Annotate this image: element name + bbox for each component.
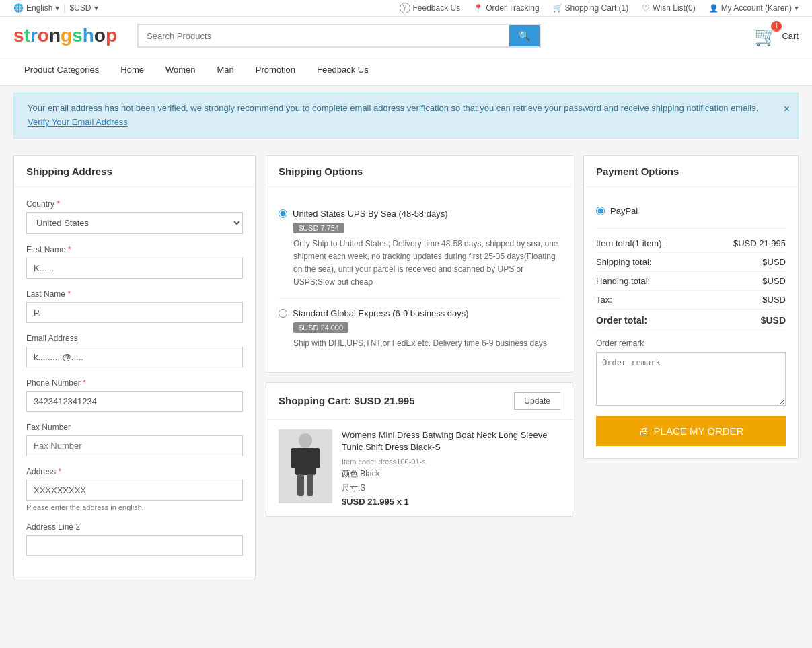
cart-item-name: Womens Mini Dress Batwing Boat Neck Long…: [342, 429, 560, 454]
order-total-row: Order total: $USD: [596, 310, 786, 330]
svg-point-0: [299, 433, 312, 448]
order-total-label: Order total:: [596, 315, 647, 326]
user-icon: [709, 3, 718, 13]
lastname-label: Last Name *: [26, 289, 243, 299]
address-field-group: Address * Please enter the address in en…: [26, 467, 243, 511]
update-cart-button[interactable]: Update: [514, 392, 560, 410]
address-input[interactable]: [26, 480, 243, 501]
paypal-radio[interactable]: [596, 207, 605, 215]
firstname-label: First Name *: [26, 245, 243, 254]
svg-rect-5: [307, 474, 313, 496]
cart-icon: [553, 3, 562, 13]
item-total-value: $USD 21.995: [733, 238, 786, 248]
location-icon: [474, 3, 483, 13]
language-chevron-icon: ▾: [55, 3, 59, 13]
lastname-field-group: Last Name *: [26, 289, 243, 323]
handling-total-label: Handing total:: [596, 276, 650, 286]
shipping-desc-ups-sea: Only Ship to United States; Delivery tim…: [293, 238, 560, 289]
shipping-address-panel: Shipping Address Country * United States…: [13, 155, 256, 579]
shipping-total-row: Shipping total: $USD: [596, 253, 786, 272]
verify-email-link[interactable]: Verify Your Email Address: [28, 117, 128, 127]
shopping-cart-link[interactable]: Shopping Cart (1): [553, 3, 629, 13]
firstname-field-group: First Name *: [26, 245, 243, 279]
svg-rect-3: [313, 448, 320, 468]
order-total-value: $USD: [761, 315, 786, 326]
shipping-option-global-express: Standard Global Express (6-9 business da…: [279, 299, 560, 359]
currency-chevron-icon: ▾: [94, 3, 98, 13]
shipping-price-ups-sea: $USD 7.754: [293, 223, 344, 233]
wish-list-link[interactable]: Wish List(0): [642, 3, 695, 13]
nav-man[interactable]: Man: [207, 55, 245, 85]
feedback-icon: [400, 3, 410, 13]
country-field-group: Country * United States Canada United Ki…: [26, 199, 243, 234]
phone-field-group: Phone Number *: [26, 378, 243, 412]
shipping-option-ups-sea: United States UPS By Sea (48-58 days) $U…: [279, 199, 560, 299]
payment-options-title: Payment Options: [584, 156, 798, 187]
place-order-button[interactable]: 🖨 PLACE MY ORDER: [596, 416, 786, 446]
main-nav: Product Categories Home Women Man Promot…: [0, 55, 812, 86]
fax-field-group: Fax Number: [26, 423, 243, 456]
my-account-link[interactable]: My Account (Karen) ▾: [709, 3, 799, 13]
shipping-price-global-express: $USD 24.000: [293, 322, 348, 333]
shipping-option-ups-sea-label: United States UPS By Sea (48-58 days): [293, 209, 448, 219]
header-cart[interactable]: 🛒 1 Cart: [754, 25, 799, 47]
nav-feedback[interactable]: Feedback Us: [306, 55, 379, 85]
alert-close-button[interactable]: ×: [784, 100, 790, 118]
logo[interactable]: strongshop: [13, 25, 117, 46]
nav-product-categories[interactable]: Product Categories: [13, 55, 110, 85]
account-chevron-icon: ▾: [795, 3, 799, 13]
cart-item-price: $USD 21.995 x 1: [342, 497, 560, 507]
email-label: Email Address: [26, 334, 243, 343]
nav-women[interactable]: Women: [155, 55, 207, 85]
phone-label: Phone Number *: [26, 378, 243, 388]
feedback-link[interactable]: Feedback Us: [400, 3, 461, 13]
place-order-label: PLACE MY ORDER: [654, 425, 744, 437]
cart-badge: 1: [771, 21, 782, 32]
language-selector[interactable]: English ▾: [13, 3, 59, 13]
language-label: English: [26, 3, 52, 13]
alert-message: Your email address has not been verified…: [28, 103, 758, 113]
cart-item-color: 颜色:Black: [342, 468, 560, 480]
svg-rect-4: [297, 474, 304, 496]
cart-item-info: Womens Mini Dress Batwing Boat Neck Long…: [342, 429, 560, 507]
currency-label: $USD: [69, 3, 91, 13]
address-hint: Please enter the address in english.: [26, 503, 243, 511]
svg-rect-1: [295, 448, 316, 475]
nav-promotion[interactable]: Promotion: [245, 55, 306, 85]
phone-input[interactable]: [26, 391, 243, 412]
search-input[interactable]: [139, 25, 509, 46]
lastname-input[interactable]: [26, 302, 243, 323]
shipping-radio-global-express[interactable]: [279, 309, 287, 318]
paypal-option: PayPal: [596, 199, 786, 223]
shipping-radio-ups-sea[interactable]: [279, 209, 287, 218]
payment-options-panel: Payment Options PayPal Item total(1 item…: [583, 155, 799, 459]
fax-label: Fax Number: [26, 423, 243, 432]
shipping-desc-global-express: Ship with DHL,UPS,TNT,or FedEx etc. Deli…: [293, 337, 560, 350]
address2-input[interactable]: [26, 535, 243, 556]
search-button[interactable]: 🔍: [509, 25, 540, 46]
order-remark-textarea[interactable]: [596, 352, 786, 406]
shipping-total-label: Shipping total:: [596, 257, 651, 267]
cart-item-size: 尺寸:S: [342, 482, 560, 494]
shipping-total-value: $USD: [762, 257, 786, 267]
shipping-option-global-express-label: Standard Global Express (6-9 business da…: [293, 308, 469, 318]
firstname-input[interactable]: [26, 258, 243, 279]
order-tracking-link[interactable]: Order Tracking: [474, 3, 539, 13]
handling-total-row: Handing total: $USD: [596, 272, 786, 291]
shipping-options-title: Shipping Options: [266, 156, 573, 187]
heart-icon: [642, 3, 650, 13]
cart-icon-wrap: 🛒 1: [754, 25, 778, 47]
cart-item: Womens Mini Dress Batwing Boat Neck Long…: [266, 420, 573, 516]
email-input[interactable]: [26, 347, 243, 367]
currency-selector[interactable]: $USD ▾: [69, 3, 98, 13]
fax-input[interactable]: [26, 435, 243, 456]
shipping-address-title: Shipping Address: [14, 156, 255, 187]
cart-label: Cart: [782, 31, 799, 41]
shipping-options-panel: Shipping Options United States UPS By Se…: [266, 155, 573, 373]
email-verification-banner: Your email address has not been verified…: [13, 93, 799, 139]
globe-icon: [13, 3, 24, 13]
country-select[interactable]: United States Canada United Kingdom Aust…: [26, 212, 243, 234]
handling-total-value: $USD: [762, 276, 786, 286]
item-total-row: Item total(1 item): $USD 21.995: [596, 234, 786, 253]
nav-home[interactable]: Home: [110, 55, 155, 85]
